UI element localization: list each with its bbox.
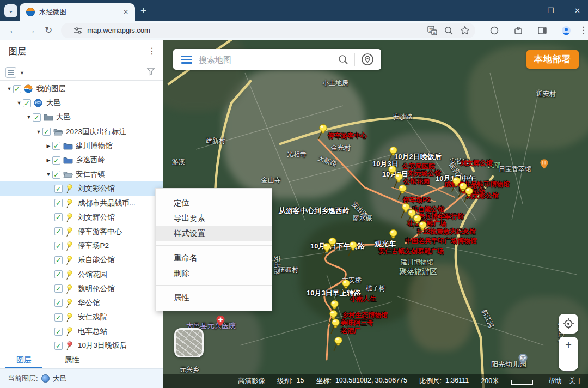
pushpin-marker[interactable] <box>396 184 408 201</box>
food-poi-icon[interactable] <box>540 159 548 172</box>
sidebar-menu-icon[interactable]: ⋮ <box>148 46 156 56</box>
context-menu-item[interactable]: 定位 <box>156 195 272 210</box>
layer-list-dropdown-icon[interactable]: ▼ <box>20 70 24 76</box>
close-button[interactable]: ✕ <box>571 7 584 15</box>
address-bar[interactable]: map.wemapgis.com 文 A <box>61 23 475 38</box>
translate-icon[interactable]: 文 A <box>427 26 437 35</box>
layer-checkbox[interactable]: ✓ <box>42 128 51 136</box>
layer-checkbox[interactable]: ✓ <box>52 171 60 179</box>
browser-menu-icon[interactable]: ⋮ <box>579 25 588 36</box>
zoom-in-button[interactable]: + <box>559 337 578 353</box>
site-settings-icon[interactable] <box>73 26 83 35</box>
filter-icon[interactable] <box>146 67 155 76</box>
layer-tree-item[interactable]: ▶✓建川博物馆 <box>0 139 163 153</box>
search-tabs-icon[interactable] <box>489 26 499 35</box>
search-input[interactable] <box>199 55 338 64</box>
context-menu-item[interactable]: 属性 <box>156 290 272 305</box>
pushpin-marker[interactable] <box>332 336 344 353</box>
layer-tree-item[interactable]: ✓刘文彩公馆 <box>0 181 163 196</box>
layer-tree-item[interactable]: ▼✓2023国庆出行标注 <box>0 125 163 139</box>
pushpin-marker[interactable] <box>316 124 328 140</box>
my-location-button[interactable] <box>559 314 578 334</box>
layer-checkbox[interactable]: ✓ <box>54 242 63 250</box>
pushpin-marker[interactable] <box>320 242 332 259</box>
help-link[interactable]: 帮助 <box>548 377 562 386</box>
layer-tree-item[interactable]: ✓安仁戏院 <box>0 310 163 324</box>
layer-tree-item[interactable]: ✓乐自能公馆 <box>0 253 163 267</box>
tree-expander-icon[interactable]: ▼ <box>15 100 23 106</box>
layer-checkbox[interactable]: ✓ <box>54 328 63 336</box>
layer-tree-item[interactable]: ✓停车游客中心 <box>0 225 163 239</box>
tab-close-icon[interactable]: ✕ <box>121 7 131 17</box>
sidebar-tab-inactive[interactable]: 属性 <box>48 351 96 368</box>
url-text[interactable]: map.wemapgis.com <box>87 26 421 34</box>
pushpin-marker[interactable] <box>329 318 341 335</box>
layer-checkbox[interactable]: ✓ <box>13 85 21 93</box>
pushpin-marker[interactable] <box>462 187 474 203</box>
hospital-poi-icon[interactable] <box>216 316 225 329</box>
layer-tree-item[interactable]: ✓华公馆 <box>0 296 163 310</box>
pushpin-marker[interactable] <box>346 241 358 257</box>
layer-tree-item[interactable]: ▼✓大邑 <box>0 96 163 110</box>
layer-tree-item[interactable]: ✓公馆花园 <box>0 267 163 281</box>
layer-tree-item[interactable]: ✓电车总站 <box>0 324 163 338</box>
layer-tree-item[interactable]: ✓成都市共品钱币... <box>0 196 163 210</box>
layer-checkbox[interactable]: ✓ <box>54 227 63 235</box>
pushpin-marker[interactable] <box>387 229 399 245</box>
layer-tree-item[interactable]: ▼✓大邑 <box>0 110 163 124</box>
bookmark-star-icon[interactable] <box>460 26 470 35</box>
tree-expander-icon[interactable]: ▶ <box>45 157 52 163</box>
layer-tree-item[interactable]: ✓10月3日晚饭后 <box>0 338 163 351</box>
layer-checkbox[interactable]: ✓ <box>54 284 63 293</box>
layer-checkbox[interactable]: ✓ <box>54 270 63 278</box>
layer-checkbox[interactable]: ✓ <box>54 256 63 264</box>
menu-hamburger-icon[interactable] <box>181 54 192 65</box>
tree-expander-icon[interactable]: ▶ <box>45 143 52 149</box>
layer-checkbox[interactable]: ✓ <box>54 199 63 207</box>
minimize-button[interactable]: – <box>519 7 530 15</box>
pushpin-marker[interactable] <box>339 279 351 295</box>
sidebar-tab-active[interactable]: 图层 <box>0 351 48 368</box>
tab-search-button[interactable]: ⌄ <box>4 4 17 17</box>
layer-checkbox[interactable]: ✓ <box>52 156 60 165</box>
forward-icon[interactable]: → <box>27 25 36 36</box>
layer-tree-item[interactable]: ✓刘文辉公馆 <box>0 210 163 225</box>
tree-expander-icon[interactable]: ▼ <box>45 172 52 177</box>
tree-expander-icon[interactable]: ▼ <box>5 86 13 92</box>
layer-checkbox[interactable]: ✓ <box>54 342 63 350</box>
layer-checkbox[interactable]: ✓ <box>52 142 60 150</box>
pushpin-marker[interactable] <box>387 146 399 162</box>
layer-tree-item[interactable]: ✓停车场P2 <box>0 239 163 253</box>
layer-checkbox[interactable]: ✓ <box>54 313 63 322</box>
context-menu-item[interactable]: 重命名 <box>156 250 272 265</box>
school-poi-icon[interactable]: 文 <box>518 354 528 367</box>
zoom-page-icon[interactable] <box>444 26 454 35</box>
layer-checkbox[interactable]: ✓ <box>54 213 63 221</box>
context-menu-item[interactable]: 样式设置 <box>156 226 272 241</box>
context-menu-item[interactable]: 导出要素 <box>156 210 272 226</box>
layer-tree-item[interactable]: ▼✓我的图层 <box>0 82 163 96</box>
pushpin-marker[interactable] <box>416 221 428 237</box>
layer-tree-item[interactable]: ✓魏明伦公馆 <box>0 282 163 296</box>
back-icon[interactable]: ← <box>9 25 18 36</box>
layer-checkbox[interactable]: ✓ <box>23 99 31 107</box>
side-panel-icon[interactable] <box>537 26 547 35</box>
locate-pin-icon[interactable] <box>361 53 374 66</box>
tree-expander-icon[interactable]: ▼ <box>35 129 42 135</box>
context-menu-item[interactable]: 删除 <box>156 265 272 281</box>
reload-icon[interactable]: ↻ <box>45 25 52 36</box>
local-deploy-button[interactable]: 本地部署 <box>526 50 579 69</box>
layer-tree-item[interactable]: ▼✓安仁古镇 <box>0 167 163 181</box>
new-tab-button[interactable]: + <box>140 5 146 17</box>
maximize-button[interactable]: ❐ <box>544 7 557 15</box>
layer-checkbox[interactable]: ✓ <box>54 299 63 307</box>
layer-checkbox[interactable]: ✓ <box>54 185 63 193</box>
browser-tab[interactable]: 水经微图 ✕ <box>20 3 135 21</box>
basemap-thumbnail[interactable] <box>174 328 204 357</box>
tree-expander-icon[interactable]: ▼ <box>25 114 33 120</box>
about-link[interactable]: 关于 <box>569 377 583 386</box>
layer-checkbox[interactable]: ✓ <box>33 113 41 122</box>
layer-tree-item[interactable]: ▶✓乡逸西岭 <box>0 153 163 167</box>
profile-avatar[interactable] <box>561 26 571 35</box>
search-icon[interactable] <box>338 54 348 65</box>
